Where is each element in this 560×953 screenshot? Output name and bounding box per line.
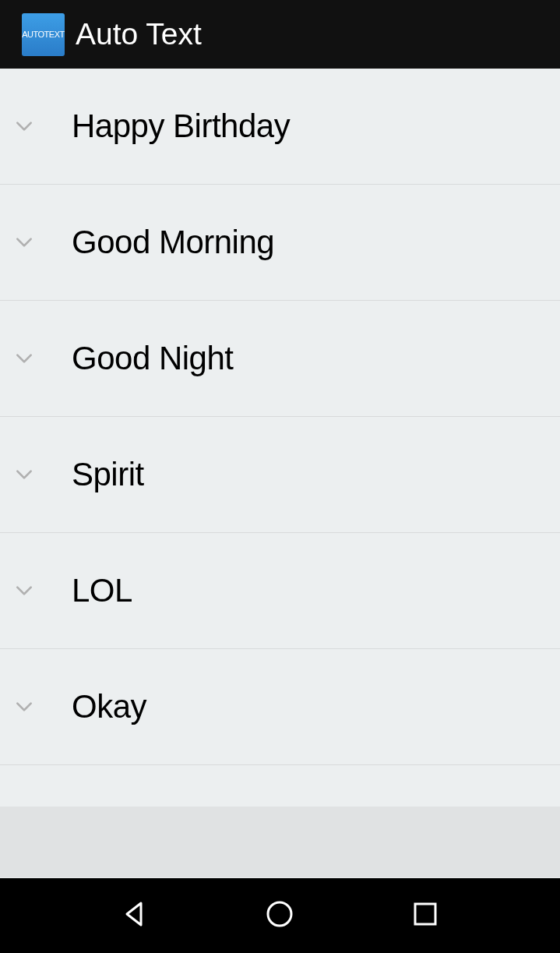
app-icon-label: AUTOTEXT [22,30,64,39]
list-item-good-morning[interactable]: Good Morning [0,185,560,301]
chevron-down-icon [14,348,34,369]
svg-rect-1 [415,904,435,924]
list-item-label: Good Night [72,340,233,377]
ad-placeholder [0,807,560,877]
chevron-down-icon [14,581,34,601]
list-item-label: Good Morning [72,224,274,261]
svg-point-0 [268,902,291,926]
spacer [0,765,560,807]
chevron-down-icon [14,116,34,136]
list-item-label: LOL [72,572,132,609]
list-item-happy-birthday[interactable]: Happy Birthday [0,69,560,185]
back-icon [119,898,150,933]
list-item-label: Happy Birthday [72,108,290,145]
chevron-down-icon [14,232,34,252]
home-button[interactable] [260,896,299,935]
home-icon [264,898,295,933]
app-title: Auto Text [76,17,202,51]
app-icon: AUTOTEXT [22,13,65,56]
list-item-okay[interactable]: Okay [0,649,560,765]
app-header: AUTOTEXT Auto Text [0,0,560,69]
list-item-label: Spirit [72,456,144,493]
list-item-spirit[interactable]: Spirit [0,417,560,533]
list-item-lol[interactable]: LOL [0,533,560,649]
recent-button[interactable] [406,896,445,935]
system-nav-bar [0,878,560,953]
chevron-down-icon [14,464,34,485]
list-item-label: Okay [72,688,146,725]
chevron-down-icon [14,697,34,717]
list-item-good-night[interactable]: Good Night [0,301,560,417]
category-list: Happy Birthday Good Morning Good Night S… [0,69,560,765]
back-button[interactable] [115,896,154,935]
recent-icon [410,898,441,933]
